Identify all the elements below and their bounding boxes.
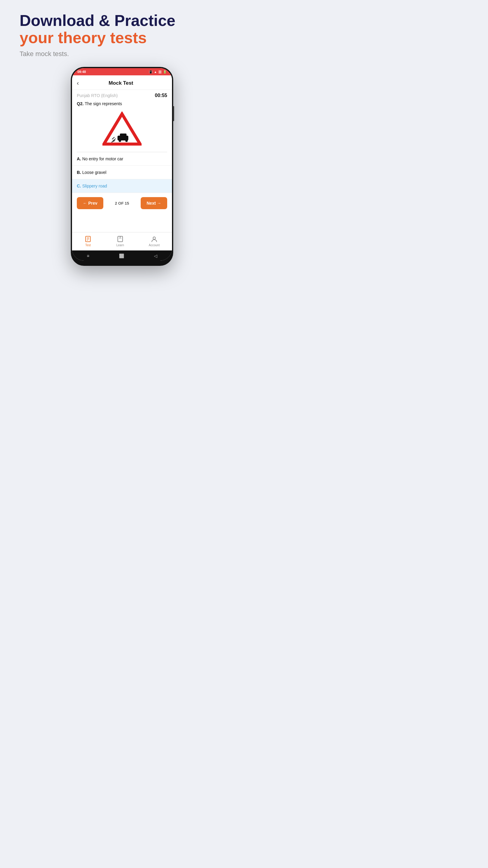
back-button[interactable]: ‹ <box>77 80 79 87</box>
header-subtitle: Take mock tests. <box>20 50 227 58</box>
road-sign-svg <box>102 112 141 148</box>
learn-icon <box>117 236 124 243</box>
phone-home-area: ≡ ⬜ ◁ <box>72 250 172 261</box>
answer-text-a: No entry for motor car <box>82 156 123 161</box>
status-bar: 09:48 📳 ▲ ‖‖ 🔋 <box>72 68 172 75</box>
test-timer: 00:55 <box>155 93 167 98</box>
bottom-nav-test[interactable]: Test <box>84 236 92 247</box>
wifi-icon: ▲ <box>154 70 157 73</box>
test-info: Punjab RTO (English) 00:55 <box>72 90 172 99</box>
status-time: 09:48 <box>77 70 86 73</box>
answer-text-b: Loose gravel <box>82 170 106 175</box>
question-text: Q2. The sign represents <box>72 99 172 109</box>
signal-icon: ‖‖ <box>158 70 161 73</box>
question-number: Q2. <box>77 101 84 106</box>
bottom-spacer <box>72 214 172 232</box>
svg-rect-2 <box>120 133 127 137</box>
sign-image-area <box>72 109 172 152</box>
account-nav-label: Account <box>149 244 160 247</box>
test-region: Punjab RTO (English) <box>77 93 118 98</box>
answer-text-c: Slippery road <box>82 184 107 188</box>
header-line1: Download & Practice <box>20 12 227 29</box>
header-line2: your theory tests <box>20 29 227 46</box>
menu-icon: ≡ <box>87 253 89 258</box>
next-button[interactable]: Next → <box>141 197 167 209</box>
vibrate-icon: 📳 <box>149 70 153 73</box>
app-content: ‹ Mock Test Punjab RTO (English) 00:55 Q… <box>72 75 172 250</box>
account-icon <box>151 236 158 243</box>
learn-nav-label: Learn <box>116 244 124 247</box>
answer-option-b[interactable]: B. Loose gravel <box>72 166 172 179</box>
prev-button[interactable]: ← Prev <box>77 197 103 209</box>
question-body: The sign represents <box>85 101 122 106</box>
svg-point-3 <box>119 140 121 142</box>
bottom-nav-learn[interactable]: Learn <box>116 236 124 247</box>
phone-screen: 09:48 📳 ▲ ‖‖ 🔋 ‹ Mock Test Punjab RTO (E… <box>72 68 172 261</box>
test-nav-label: Test <box>85 244 91 247</box>
bottom-nav-account[interactable]: Account <box>149 236 160 247</box>
top-nav: ‹ Mock Test <box>72 75 172 90</box>
answer-letter-c: C. <box>77 184 81 188</box>
phone-mockup: 09:48 📳 ▲ ‖‖ 🔋 ‹ Mock Test Punjab RTO (E… <box>71 67 173 266</box>
svg-point-4 <box>125 140 128 142</box>
answer-letter-b: B. <box>77 170 81 175</box>
side-button <box>173 106 174 121</box>
test-icon <box>84 236 92 243</box>
home-icon: ⬜ <box>119 253 124 258</box>
screen-title: Mock Test <box>82 80 160 86</box>
progress-indicator: 2 OF 15 <box>115 201 129 206</box>
answer-option-a[interactable]: A. No entry for motor car <box>72 152 172 166</box>
nav-buttons-area: ← Prev 2 OF 15 Next → <box>72 193 172 214</box>
battery-icon: 🔋 <box>163 70 167 73</box>
answer-letter-a: A. <box>77 156 81 161</box>
status-icons: 📳 ▲ ‖‖ 🔋 <box>149 70 167 73</box>
page-header: Download & Practice your theory tests Ta… <box>17 12 227 58</box>
back-nav-icon: ◁ <box>154 253 157 258</box>
bottom-navigation: Test Learn <box>72 232 172 250</box>
answer-option-c[interactable]: C. Slippery road <box>72 179 172 193</box>
svg-point-15 <box>153 237 156 239</box>
